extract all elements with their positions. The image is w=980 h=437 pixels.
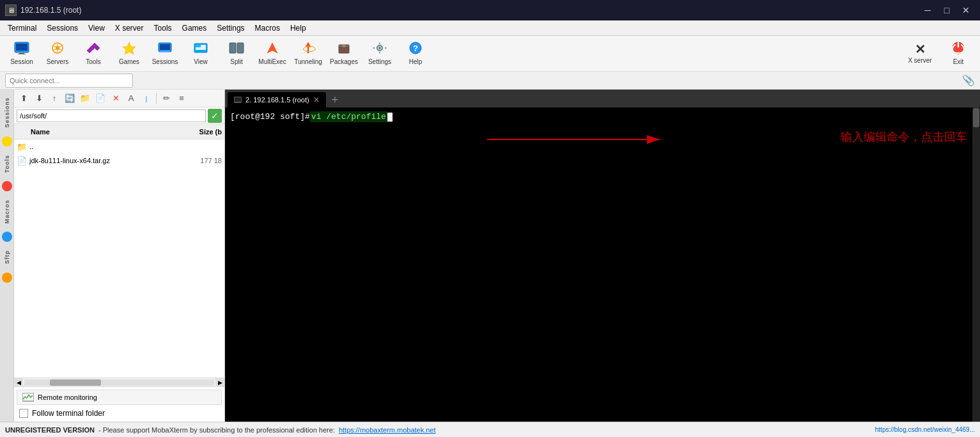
file-item-dotdot[interactable]: 📁 .. xyxy=(14,139,224,154)
path-ok-button[interactable]: ✓ xyxy=(208,109,222,123)
follow-terminal-row: Follow terminal folder xyxy=(17,408,222,419)
file-rename-button[interactable]: A xyxy=(124,91,138,106)
toolbar-split-button[interactable]: Split xyxy=(220,38,253,69)
file-delete-button[interactable]: ✕ xyxy=(109,91,123,106)
toolbar-tunneling-button[interactable]: Tunneling xyxy=(292,38,325,69)
sidebar-macros-tab[interactable]: Macros xyxy=(2,195,12,229)
xserver-icon: ✕ xyxy=(915,43,926,56)
menu-xserver[interactable]: X server xyxy=(110,22,149,34)
file-folder-button[interactable]: 📁 xyxy=(78,91,92,106)
games-icon xyxy=(121,42,137,57)
terminal-area: 2. 192.168.1.5 (root) ✕ + [root@192 soft… xyxy=(225,90,980,422)
hscroll-thumb[interactable] xyxy=(50,379,101,386)
toolbar-packages-button[interactable]: Packages xyxy=(327,38,361,69)
app-icon: 🖥 xyxy=(5,4,17,16)
menu-help[interactable]: Help xyxy=(285,22,311,34)
sidebar-pin-icon[interactable] xyxy=(2,136,12,147)
monitor-icon xyxy=(22,393,34,402)
toolbar-games-button[interactable]: Games xyxy=(113,38,146,69)
file-item-size: 177 18 xyxy=(183,157,222,164)
toolbar-servers-button[interactable]: Servers xyxy=(41,38,74,69)
menu-macros[interactable]: Macros xyxy=(250,22,285,34)
file-upload-button[interactable]: ↑ xyxy=(47,91,61,106)
session-label: Session xyxy=(10,58,33,65)
hscroll-left-button[interactable]: ◀ xyxy=(14,378,23,387)
menu-sessions[interactable]: Sessions xyxy=(42,22,83,34)
menu-games[interactable]: Games xyxy=(177,22,212,34)
hscroll-right-button[interactable]: ▶ xyxy=(215,378,224,387)
settings-icon xyxy=(372,42,387,57)
toolbar-settings-button[interactable]: Settings xyxy=(363,38,396,69)
multiexec-icon xyxy=(265,42,280,57)
folder-icon: 📁 xyxy=(17,142,27,152)
quick-connect-input[interactable] xyxy=(5,74,133,88)
file-item-name: jdk-8u111-linux-x64.tar.gz xyxy=(29,157,181,164)
new-tab-button[interactable]: + xyxy=(327,92,343,107)
file-toolbar: ⬆ ⬇ ↑ 🔄 📁 📄 ✕ A | ✏ ≡ xyxy=(14,90,224,107)
annotation-arrow-svg xyxy=(468,120,967,165)
multiexec-label: MultiExec xyxy=(258,58,286,65)
toolbar-xserver-button[interactable]: ✕ X server xyxy=(901,38,939,69)
toolbar-multiexec-button[interactable]: MultiExec xyxy=(256,38,289,69)
window-title: 192.168.1.5 (root) xyxy=(20,6,81,15)
file-item-jdk[interactable]: 📄 jdk-8u111-linux-x64.tar.gz 177 18 xyxy=(14,154,224,168)
menu-view[interactable]: View xyxy=(83,22,110,34)
hscroll-track[interactable] xyxy=(24,379,214,386)
exit-icon xyxy=(951,42,966,57)
col-name-header: Name xyxy=(17,128,183,136)
file-list-spacer xyxy=(14,258,224,377)
status-message: - Please support MobaXterm by subscribin… xyxy=(98,426,335,434)
file-more-button[interactable]: ≡ xyxy=(175,91,189,106)
file-copy-button[interactable]: | xyxy=(139,91,153,106)
sidebar-red-dot[interactable] xyxy=(2,181,12,191)
svg-rect-16 xyxy=(229,43,236,53)
svg-marker-9 xyxy=(123,42,136,54)
sidebar-sftp-tab[interactable]: Sftp xyxy=(2,245,12,269)
minimize-button[interactable]: ─ xyxy=(919,3,937,18)
menu-terminal[interactable]: Terminal xyxy=(3,22,42,34)
file-download-button[interactable]: ⬇ xyxy=(32,91,46,106)
status-link[interactable]: https://mobaxterm.mobatek.net xyxy=(339,426,436,434)
menu-settings[interactable]: Settings xyxy=(212,22,249,34)
toolbar-session-button[interactable]: Session xyxy=(5,38,38,69)
file-list: 📁 .. 📄 jdk-8u111-linux-x64.tar.gz 177 18 xyxy=(14,139,224,258)
file-path-input[interactable] xyxy=(17,109,206,122)
terminal-tabs: 2. 192.168.1.5 (root) ✕ + xyxy=(225,90,980,107)
sidebar-sessions-tab[interactable]: Sessions xyxy=(2,92,12,133)
horizontal-scrollbar[interactable]: ◀ ▶ xyxy=(14,377,224,386)
terminal-tab-label: 2. 192.168.1.5 (root) xyxy=(245,96,309,104)
file-up-button[interactable]: ⬆ xyxy=(17,91,31,106)
games-label: Games xyxy=(119,58,139,65)
svg-point-22 xyxy=(378,47,381,49)
terminal-tab-close[interactable]: ✕ xyxy=(313,95,320,104)
quick-connect-bar: 📎 xyxy=(0,72,980,90)
split-label: Split xyxy=(230,58,242,65)
terminal-scrollbar-thumb[interactable] xyxy=(973,108,979,127)
terminal-tab-1[interactable]: 2. 192.168.1.5 (root) ✕ xyxy=(228,92,326,107)
svg-rect-3 xyxy=(18,54,26,54)
sidebar-tools-tab[interactable]: Tools xyxy=(2,150,12,178)
toolbar-sessions-button[interactable]: Sessions xyxy=(148,38,182,69)
servers-icon xyxy=(50,42,65,57)
status-right-link[interactable]: https://blog.csdn.net/weixin_4469... xyxy=(875,426,975,433)
toolbar-help-button[interactable]: ? Help xyxy=(399,38,432,69)
toolbar-view-button[interactable]: View xyxy=(184,38,217,69)
toolbar-tools-button[interactable]: Tools xyxy=(77,38,110,69)
follow-terminal-checkbox[interactable] xyxy=(19,409,28,418)
terminal-prompt: [root@192 soft]# xyxy=(230,112,310,122)
file-newfile-button[interactable]: 📄 xyxy=(93,91,107,106)
terminal-content[interactable]: [root@192 soft]# vi /etc/profile 输入编辑命令，… xyxy=(225,107,980,422)
file-pencil-button[interactable]: ✏ xyxy=(159,91,173,106)
file-item-name: .. xyxy=(29,143,181,150)
file-refresh-button[interactable]: 🔄 xyxy=(63,91,77,106)
remote-monitoring-button[interactable]: Remote monitoring xyxy=(17,390,222,405)
maximize-button[interactable]: □ xyxy=(938,3,956,18)
sidebar-orange-dot[interactable] xyxy=(2,273,12,283)
menu-tools[interactable]: Tools xyxy=(149,22,177,34)
annotation-container: 输入编辑命令，点击回车 xyxy=(468,120,967,171)
sidebar-blue-dot[interactable] xyxy=(2,232,12,242)
toolbar-exit-button[interactable]: Exit xyxy=(942,38,975,69)
close-button[interactable]: ✕ xyxy=(957,3,975,18)
terminal-scrollbar[interactable] xyxy=(972,107,980,422)
left-sidebar-strip: Sessions Tools Macros Sftp xyxy=(0,90,14,422)
